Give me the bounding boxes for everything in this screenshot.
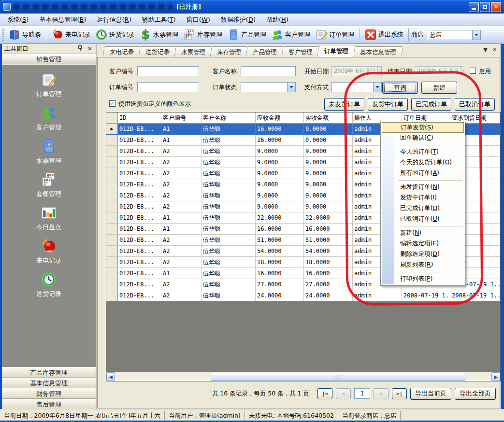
row-selector[interactable] <box>106 190 118 201</box>
toolbar-button-1[interactable]: 来电记录 <box>49 28 93 42</box>
context-menu-item-3[interactable]: 今天的订单(T) <box>382 147 464 157</box>
context-menu-item-10[interactable]: 已取消订单(U) <box>382 214 464 225</box>
chevron-down-icon[interactable] <box>472 30 480 40</box>
close-button[interactable]: ✕ <box>491 2 501 12</box>
status-filter-button-1[interactable]: 发货中订单 <box>368 98 408 111</box>
context-menu-item-1[interactable]: 回单确认(C) <box>382 133 464 143</box>
status-filter-button-3[interactable]: 已取消订单 <box>455 98 495 111</box>
menubar-item-3[interactable]: 辅助工具(T) <box>137 14 181 26</box>
query-button[interactable]: 查询 <box>382 82 418 94</box>
scrollbar-thumb[interactable] <box>211 373 465 381</box>
context-menu-item-13[interactable]: 编辑选定项(E) <box>382 239 464 249</box>
row-selector[interactable] <box>106 235 118 246</box>
tab-close-icon[interactable]: ✕ <box>492 47 497 53</box>
toolbar-button-0[interactable]: 导航条 <box>6 28 43 42</box>
tab-2[interactable]: 水票管理 <box>174 46 212 57</box>
column-header-2[interactable]: 客户名称 <box>202 113 256 124</box>
tab-0[interactable]: 来电记录 <box>102 46 141 57</box>
row-selector[interactable] <box>106 246 118 257</box>
pay-method-combo[interactable] <box>331 82 382 92</box>
row-selector[interactable] <box>106 257 118 268</box>
context-menu-item-9[interactable]: 已完成订单(D) <box>382 203 464 214</box>
tab-4[interactable]: 产品管理 <box>245 46 284 57</box>
toolbar-button-6[interactable]: 客户管理 <box>269 28 313 42</box>
first-page-button[interactable]: |< <box>317 388 332 399</box>
row-selector[interactable] <box>106 201 118 212</box>
context-menu-item-0[interactable]: 订单发货(S) <box>382 122 464 133</box>
column-header-4[interactable]: 实收金额 <box>304 113 353 124</box>
enable-checkbox[interactable] <box>470 68 476 74</box>
row-selector[interactable] <box>106 168 118 179</box>
row-selector[interactable] <box>106 146 118 157</box>
sidebar-item-0[interactable]: 订单管理 <box>20 71 78 98</box>
menubar-item-1[interactable]: 基本信息管理(B) <box>34 14 91 26</box>
menubar-item-4[interactable]: 窗口(W) <box>181 14 216 26</box>
toolbar-button-4[interactable]: 库存管理 <box>181 28 225 42</box>
menubar-item-6[interactable]: 帮助(H) <box>261 14 294 26</box>
status-filter-button-0[interactable]: 未发货订单 <box>324 98 364 111</box>
sidebar-group-button-1[interactable]: 基本信息管理 <box>2 378 96 388</box>
row-selector[interactable] <box>106 224 118 235</box>
row-selector[interactable] <box>106 268 118 279</box>
row-selector[interactable] <box>106 290 118 301</box>
tab-3[interactable]: 库存管理 <box>210 46 248 57</box>
last-page-button[interactable]: >| <box>392 388 407 399</box>
toolbar-button-5[interactable]: 产品管理 <box>225 28 269 42</box>
chevron-down-icon[interactable]: ∨ <box>461 67 464 76</box>
sidebar-group-button-3[interactable]: 售后管理 <box>2 399 96 409</box>
next-page-button[interactable]: > <box>374 388 389 399</box>
sidebar-item-1[interactable]: 客户管理 <box>20 105 78 132</box>
column-header-3[interactable]: 应收金额 <box>256 113 304 124</box>
toolbar-button-8[interactable]: 退出系统 <box>362 28 406 42</box>
context-menu-item-8[interactable]: 发货中订单(I) <box>382 193 464 203</box>
export-all-pages-button[interactable]: 导出全部页 <box>455 388 496 400</box>
menubar-item-2[interactable]: 运行信息(R) <box>92 14 137 26</box>
prev-page-button[interactable]: < <box>336 388 351 399</box>
tab-5[interactable]: 客户管理 <box>281 46 319 57</box>
status-filter-button-2[interactable]: 已完成订单 <box>411 98 451 111</box>
color-display-checkbox[interactable]: ✓ <box>109 100 115 107</box>
tab-list-dropdown-icon[interactable]: ▼ <box>483 47 487 53</box>
order-status-combo[interactable] <box>241 82 296 92</box>
toolbar-grip[interactable] <box>2 28 4 41</box>
sidebar-group-button-0[interactable]: 产品库存管理 <box>2 367 96 378</box>
new-button[interactable]: 新建 <box>421 82 457 94</box>
close-panel-icon[interactable]: ✕ <box>86 45 93 52</box>
table-row[interactable]: 012D-E8...A2伍华聪24.000024.0000admin2008-0… <box>106 290 500 301</box>
chevron-down-icon[interactable]: ∨ <box>377 67 381 76</box>
export-current-page-button[interactable]: 导出当前页 <box>410 388 451 400</box>
row-selector[interactable] <box>106 135 118 146</box>
chevron-down-icon[interactable] <box>287 83 295 92</box>
shop-combo[interactable]: 总店 <box>427 30 481 40</box>
context-menu-item-5[interactable]: 所有的订单(A) <box>382 168 464 179</box>
page-number-input[interactable] <box>354 388 370 399</box>
row-selector[interactable] <box>106 179 118 190</box>
row-selector[interactable] <box>106 212 118 224</box>
sidebar-group-sales[interactable]: 销售管理 <box>2 54 96 64</box>
start-date-picker[interactable]: 2009年 6月 8日 ∨ <box>331 66 382 76</box>
tab-6[interactable]: 订单管理 <box>317 45 356 57</box>
customer-no-input[interactable] <box>137 66 199 76</box>
scroll-left-icon[interactable]: ◀ <box>106 372 115 381</box>
sidebar-item-4[interactable]: 今日盘点 <box>20 205 78 232</box>
pin-icon[interactable] <box>77 45 84 52</box>
menubar-item-5[interactable]: 数据维护(D) <box>216 14 261 26</box>
toolbar-button-3[interactable]: $水票管理 <box>137 28 181 42</box>
chevron-down-icon[interactable] <box>373 83 381 92</box>
tab-1[interactable]: 送货记录 <box>138 46 176 57</box>
tab-7[interactable]: 基本信息管理 <box>353 46 403 57</box>
context-menu-item-12[interactable]: 新建(N) <box>382 228 464 239</box>
scrollbar-track[interactable] <box>115 372 491 381</box>
end-date-picker[interactable]: 2009年 6月 8日 ∨ <box>415 66 463 76</box>
toolbar-button-7[interactable]: 订单管理 <box>313 28 357 42</box>
maximize-button[interactable] <box>480 2 490 12</box>
sidebar-item-3[interactable]: 套餐管理 <box>20 171 78 198</box>
menubar-item-0[interactable]: 系统(S) <box>2 14 34 26</box>
row-selector[interactable]: ▶ <box>106 124 118 135</box>
context-menu-item-4[interactable]: 今天的发货订单(O) <box>382 157 464 168</box>
context-menu-item-17[interactable]: 打印列表(P) <box>382 274 464 284</box>
row-selector[interactable] <box>106 157 118 168</box>
context-menu-item-7[interactable]: 未发货订单(N) <box>382 182 464 193</box>
toolbar-button-2[interactable]: 送货记录 <box>93 28 137 42</box>
sidebar-item-2[interactable]: 水票管理 <box>20 138 78 165</box>
